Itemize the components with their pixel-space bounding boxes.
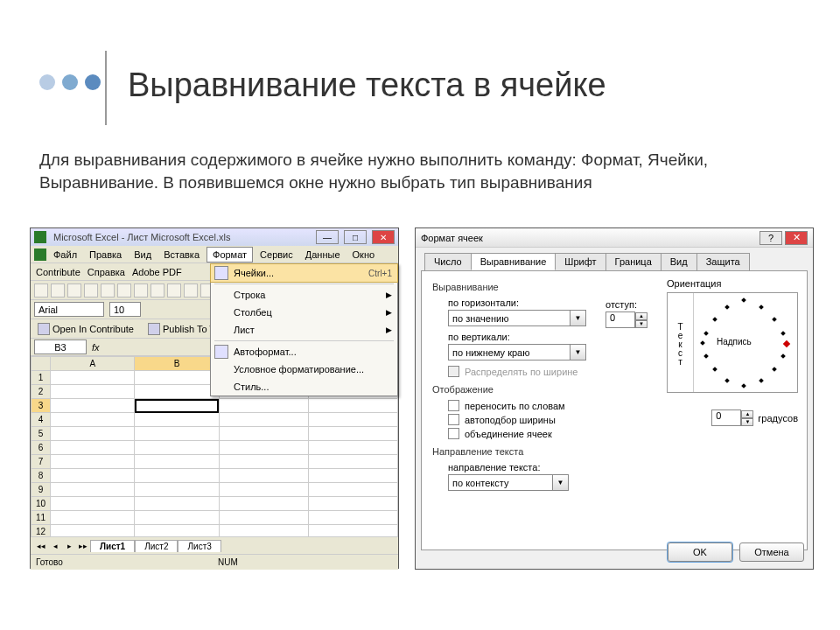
menu-file[interactable]: Файл [48, 248, 82, 262]
degrees-up-icon[interactable]: ▲ [741, 410, 753, 418]
sheet-tab-3[interactable]: Лист3 [178, 540, 220, 552]
tab-nav-first[interactable]: ◂◂ [34, 542, 48, 550]
menu-item-column[interactable]: Столбец▶ [211, 304, 397, 321]
menu-data[interactable]: Данные [300, 248, 346, 262]
orientation-group: Ориентация Текст Надпись [667, 278, 798, 393]
orientation-preview[interactable]: Текст Надпись [667, 292, 798, 393]
tab-nav-last[interactable]: ▸▸ [76, 542, 90, 550]
paste-icon[interactable] [167, 284, 181, 298]
slide-title: Выравнивание текста в ячейке [128, 66, 606, 104]
menu-edit[interactable]: Правка [84, 248, 127, 262]
select-all-corner[interactable] [32, 357, 51, 371]
row-header[interactable]: 9 [32, 483, 51, 497]
row-header[interactable]: 12 [32, 525, 51, 537]
vertical-text-sample[interactable]: Текст [668, 293, 694, 392]
name-box[interactable]: B3 [34, 340, 87, 354]
menu-item-cells[interactable]: Ячейки... Ctrl+1 [211, 264, 397, 282]
fx-icon[interactable]: fx [92, 342, 100, 353]
tab-nav-next[interactable]: ▸ [62, 542, 76, 550]
dialog-title-text: Формат ячеек [421, 233, 757, 243]
tab-font[interactable]: Шрифт [555, 253, 606, 270]
cut-icon[interactable] [134, 284, 148, 298]
row-header[interactable]: 10 [32, 497, 51, 511]
menu-format[interactable]: Формат [206, 247, 253, 262]
menu-item-sheet[interactable]: Лист▶ [211, 321, 397, 339]
row-header[interactable]: 3 [32, 399, 51, 413]
tab-patterns[interactable]: Вид [661, 253, 697, 270]
indent-down-icon[interactable]: ▼ [635, 320, 648, 328]
tab-alignment[interactable]: Выравнивание [471, 253, 556, 270]
row-header[interactable]: 1 [32, 371, 51, 385]
format-dropdown: Ячейки... Ctrl+1 Строка▶ Столбец▶ Лист▶ … [210, 263, 398, 396]
orientation-dial[interactable]: Надпись [694, 293, 797, 392]
sheet-tab-1[interactable]: Лист1 [90, 540, 135, 552]
horizontal-combo[interactable]: по значению [448, 310, 570, 326]
menu-insert[interactable]: Вставка [158, 248, 205, 262]
open-in-contribute-button[interactable]: Open In Contribute [34, 320, 137, 338]
new-icon[interactable] [34, 284, 48, 298]
degrees-spinner[interactable]: 0 [711, 410, 741, 426]
preview-icon[interactable] [101, 284, 115, 298]
menu-item-row[interactable]: Строка▶ [211, 286, 397, 304]
tab-protection[interactable]: Защита [696, 253, 750, 270]
menu-item-autoformat[interactable]: Автоформат... [211, 343, 397, 360]
menu-adobe-pdf[interactable]: Adobe PDF [132, 267, 182, 277]
ok-button[interactable]: OK [668, 542, 732, 562]
cancel-button[interactable]: Отмена [739, 542, 804, 562]
vertical-combo[interactable]: по нижнему краю [448, 344, 570, 360]
col-header-a[interactable]: A [51, 357, 135, 371]
save-icon[interactable] [67, 284, 81, 298]
menu-tools[interactable]: Сервис [255, 248, 298, 262]
dialog-help-button[interactable]: ? [760, 231, 782, 245]
dialog-titlebar[interactable]: Формат ячеек ? ✕ [416, 228, 813, 248]
row-header[interactable]: 5 [32, 427, 51, 441]
copy-icon[interactable] [150, 284, 164, 298]
undo-icon[interactable] [184, 284, 198, 298]
menu-view[interactable]: Вид [129, 248, 157, 262]
status-num: NUM [218, 557, 238, 567]
row-header[interactable]: 6 [32, 441, 51, 455]
menu-help[interactable]: Справка [88, 267, 125, 277]
row-header[interactable]: 11 [32, 511, 51, 525]
indent-label: отступ: [606, 299, 648, 310]
maximize-button[interactable]: □ [344, 230, 367, 244]
indent-spinner[interactable]: 0 [606, 312, 635, 328]
row-header[interactable]: 4 [32, 413, 51, 427]
print-icon[interactable] [84, 284, 98, 298]
cell-b3[interactable] [135, 399, 219, 413]
fontsize-combo[interactable]: 10 [109, 302, 141, 317]
vertical-combo-arrow[interactable]: ▼ [570, 344, 586, 360]
tab-nav-prev[interactable]: ◂ [48, 542, 62, 550]
close-button[interactable]: ✕ [372, 230, 395, 244]
indent-up-icon[interactable]: ▲ [635, 312, 648, 320]
text-direction-combo[interactable]: по контексту [448, 474, 553, 491]
row-header[interactable]: 7 [32, 455, 51, 469]
decorative-bullets [39, 74, 101, 90]
excel-menubar: Файл Правка Вид Вставка Формат Сервис Да… [31, 246, 398, 263]
horizontal-combo-arrow[interactable]: ▼ [570, 310, 586, 326]
open-icon[interactable] [51, 284, 65, 298]
dialog-close-button[interactable]: ✕ [785, 231, 808, 245]
excel-titlebar[interactable]: Microsoft Excel - Лист Microsoft Excel.x… [31, 228, 398, 246]
minimize-button[interactable]: — [316, 230, 339, 244]
menu-item-style[interactable]: Стиль... [211, 378, 397, 396]
text-direction-combo-arrow[interactable]: ▼ [553, 474, 569, 491]
tab-border[interactable]: Граница [606, 253, 662, 270]
text-direction-label: направление текста: [448, 462, 796, 472]
sheet-tab-2[interactable]: Лист2 [135, 540, 178, 552]
col-header-b[interactable]: B [135, 357, 219, 371]
menu-contribute[interactable]: Contribute [36, 267, 80, 277]
excel-window: Microsoft Excel - Лист Microsoft Excel.x… [30, 228, 399, 569]
menu-item-conditional-format[interactable]: Условное форматирование... [211, 360, 397, 378]
row-header[interactable]: 2 [32, 385, 51, 399]
row-header[interactable]: 8 [32, 469, 51, 483]
menu-window[interactable]: Окно [347, 248, 381, 262]
font-combo[interactable]: Arial [34, 302, 104, 317]
spell-icon[interactable] [117, 284, 131, 298]
slide-body-text: Для выравнивания содержимого в ячейке ну… [39, 149, 809, 193]
tab-number[interactable]: Число [424, 253, 472, 270]
merge-checkbox[interactable]: объединение ячеек [448, 428, 796, 439]
format-cells-dialog: Формат ячеек ? ✕ Число Выравнивание Шриф… [415, 228, 814, 570]
cells-icon [214, 266, 228, 280]
degrees-down-icon[interactable]: ▼ [741, 418, 753, 426]
